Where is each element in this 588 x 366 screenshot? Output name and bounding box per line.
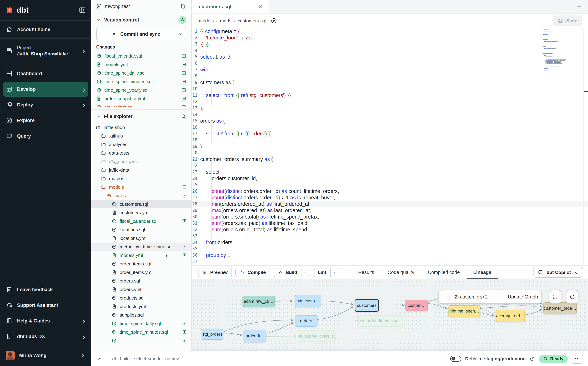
changed-badge[interactable]	[182, 193, 187, 198]
more-options-button[interactable]	[572, 354, 583, 364]
code-line-31[interactable]: 31 sum(orders.tax_paid) as lifetime_tax_…	[192, 220, 588, 226]
panel-tab-lineage[interactable]: Lineage	[467, 266, 498, 279]
code-line-6[interactable]: 6	[192, 60, 588, 67]
lint-options-button[interactable]	[330, 268, 339, 277]
sidebar-item-dashboard[interactable]: Dashboard	[3, 66, 89, 81]
sidebar-item-support-assistant[interactable]: Support Assistant	[3, 298, 89, 313]
lineage-node-cust[interactable]: customers	[355, 299, 379, 312]
tree-item-jaffle-data[interactable]: jaffle-data	[91, 166, 191, 174]
code-line-28[interactable]: 28 min(orders.ordered_at) as first_order…	[192, 201, 588, 207]
status-badge[interactable]: Ready	[539, 355, 568, 363]
code-line-3[interactable]: 3}) }}	[192, 41, 588, 47]
change-row[interactable]: time_spine_yearly.sql	[96, 86, 186, 94]
search-icon[interactable]	[181, 114, 186, 119]
code-line-23[interactable]: 23 select	[192, 169, 588, 175]
code-line-27[interactable]: 27 count(distinct orders.order_id) > 1 a…	[192, 194, 588, 201]
change-row[interactable]: order_snapshot.yml	[96, 94, 186, 103]
tree-item-order-items-sql[interactable]: order_items.sql	[91, 259, 191, 268]
code-line-8[interactable]: 8	[192, 73, 588, 79]
code-line-9[interactable]: 9customers as (	[192, 79, 588, 86]
tree-item-supplies-sql[interactable]: supplies.sql	[91, 311, 191, 319]
tree-item-models-yml[interactable]: models.yml	[91, 251, 191, 259]
dbt-copilot-button[interactable]: dbt Copilot	[533, 267, 583, 278]
tree-item-macros[interactable]: macros	[91, 174, 191, 183]
editor-scrollbar[interactable]	[583, 28, 588, 266]
code-line-36[interactable]: 36 group by 1	[192, 252, 588, 258]
tree-item-products-sql[interactable]: products.sql	[91, 294, 191, 302]
breadcrumb-marts[interactable]: marts	[220, 18, 231, 24]
breadcrumb-file[interactable]: customers.sql	[238, 18, 266, 24]
code-line-1[interactable]: 1{{ config(meta = {	[192, 28, 588, 34]
code-line-4[interactable]: 4	[192, 47, 588, 54]
compile-button[interactable]: Compile	[235, 267, 270, 277]
version-control-header[interactable]: Version control 8	[91, 13, 191, 27]
lineage-node-ecom[interactable]: ecom.raw_cu…	[243, 296, 275, 307]
change-row[interactable]: stg_orders.sql	[96, 103, 186, 107]
lineage-node-orders[interactable]: orders	[295, 315, 317, 327]
code-line-25[interactable]: 25	[192, 182, 588, 188]
sidebar-item-user[interactable]: Mirna Wong	[0, 345, 91, 366]
code-line-26[interactable]: 26 count(distinct orders.order_id) as co…	[192, 188, 588, 194]
close-icon[interactable]	[258, 4, 263, 9]
code-line-20[interactable]: 20	[192, 150, 588, 156]
update-graph-button[interactable]: Update Graph	[504, 290, 542, 304]
lineage-node-oit[interactable]: order_it…	[244, 330, 266, 342]
code-line-13[interactable]: 13),	[192, 105, 588, 111]
sidebar-item-account-home[interactable]: Account home	[0, 21, 91, 38]
tree-item-dbt-packages[interactable]: dbt_packages	[91, 157, 191, 166]
dbt-logo[interactable]: dbt	[5, 6, 29, 15]
minimap[interactable]	[543, 30, 582, 73]
tree-item--github[interactable]: .github	[91, 132, 191, 140]
collapse-sidebar-icon[interactable]	[78, 6, 86, 14]
lineage-node-stgo[interactable]: stg_orders	[202, 329, 223, 340]
code-line-30[interactable]: 30 sum(orders.subtotal) as lifetime_spen…	[192, 214, 588, 220]
change-row[interactable]: time_spine_daily.sql	[96, 69, 186, 77]
stage-file-button[interactable]	[182, 338, 187, 343]
change-row[interactable]: fiscal_calendar.sql	[96, 52, 186, 60]
lineage-node-tsc[interactable]: test_supply_costs_s…	[298, 330, 335, 342]
code-line-35[interactable]: 35	[192, 245, 588, 252]
expand-command-icon[interactable]	[96, 354, 104, 363]
stage-file-button[interactable]	[182, 321, 187, 326]
code-line-10[interactable]: 10	[192, 86, 588, 92]
change-row[interactable]: time_spine_minutes.sql	[96, 77, 186, 86]
tree-item-customers-yml[interactable]: customers.yml	[91, 208, 191, 217]
tree-item-marts[interactable]: marts	[91, 191, 191, 200]
build-button[interactable]: Build	[274, 267, 310, 277]
code-line-12[interactable]: 12	[192, 99, 588, 105]
tree-item-time-spine-minutes-sql[interactable]: time_spine_minutes.sql	[91, 328, 191, 336]
tree-item-products-yml[interactable]: products.yml	[91, 302, 191, 311]
file-explorer-header[interactable]: File explorer	[91, 110, 191, 123]
command-input[interactable]: dbt build --select <model_name>	[112, 356, 179, 362]
change-row[interactable]: models.yml	[96, 60, 186, 69]
tree-item-orders-sql[interactable]: orders.sql	[91, 277, 191, 285]
changed-badge[interactable]	[182, 184, 187, 190]
tree-item[interactable]	[91, 336, 191, 345]
breadcrumb-models[interactable]: models	[199, 18, 214, 24]
tree-item-analyses[interactable]: analyses	[91, 140, 191, 149]
panel-tab-compiled-code[interactable]: Compiled code	[421, 266, 467, 279]
defer-toggle[interactable]	[450, 356, 461, 362]
tree-item-models[interactable]: models	[91, 183, 191, 191]
stage-file-button[interactable]	[181, 87, 186, 93]
lineage-node-co[interactable]: customer_orde…	[543, 302, 577, 314]
code-line-18[interactable]: 18	[192, 137, 588, 143]
refresh-button[interactable]	[566, 290, 578, 304]
panel-tab-code-quality[interactable]: Code quality	[381, 266, 421, 279]
code-editor[interactable]: 1{{ config(meta = {2 'favorite_food': 'p…	[192, 28, 588, 266]
sidebar-item-leave-feedback[interactable]: Leave feedback	[3, 282, 89, 297]
code-line-19[interactable]: 19),	[192, 143, 588, 150]
commit-and-sync-button[interactable]: Commit and sync	[96, 28, 186, 40]
code-line-34[interactable]: 34 from orders	[192, 239, 588, 245]
code-line-29[interactable]: 29 max(orders.ordered_at) as last_ordere…	[192, 207, 588, 214]
sidebar-item-dbt-labs-dx[interactable]: dbt Labs DX	[3, 329, 89, 344]
tab-customers-sql[interactable]: customers.sql	[192, 0, 269, 14]
lineage-search-input[interactable]: 2+customers+2	[439, 290, 504, 304]
stage-file-button[interactable]	[182, 219, 187, 224]
stage-file-button[interactable]	[181, 70, 186, 76]
lint-button[interactable]: Lint	[313, 267, 339, 277]
stage-file-button[interactable]	[182, 253, 187, 258]
code-line-33[interactable]: 33	[192, 233, 588, 239]
lineage-node-custm[interactable]: custom…	[405, 300, 428, 311]
sidebar-item-help-guides[interactable]: Help & Guides	[3, 313, 89, 328]
